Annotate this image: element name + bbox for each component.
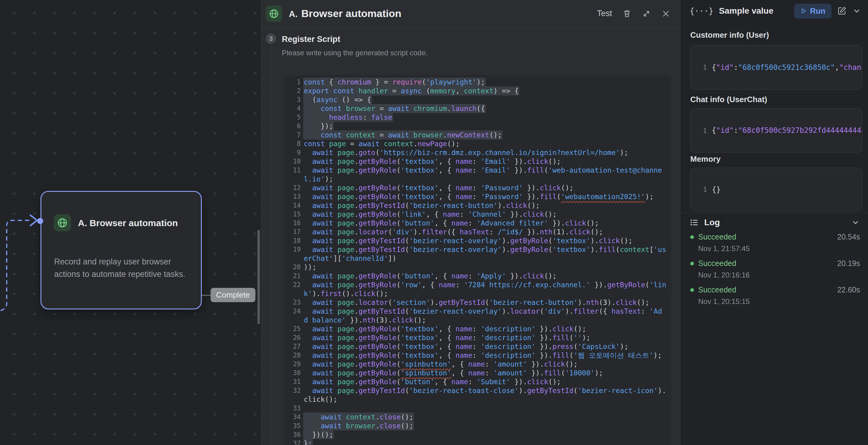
code-line[interactable]: 35 await browser.close(); xyxy=(287,421,672,431)
log-duration: 20.54s xyxy=(837,233,860,241)
log-status: Succeeded xyxy=(698,285,736,294)
json-value: {"id":"68c0f500c5921c36850c","chann xyxy=(712,63,862,72)
code-line[interactable]: 16 await page.getByRole('button', { name… xyxy=(287,219,672,228)
line-number: 23 xyxy=(287,298,301,307)
panel-header: A. Browser automation Test xyxy=(260,0,681,27)
line-number: 14 xyxy=(287,201,301,210)
line-number xyxy=(287,289,301,298)
log-entry[interactable]: Succeeded20.19sNov 1, 20:16:16 xyxy=(690,259,860,279)
status-dot-icon xyxy=(690,235,694,239)
globe-icon xyxy=(266,5,282,22)
code-line[interactable]: 31 await page.getByRole('button', { name… xyxy=(287,378,672,386)
code-line[interactable]: 17 await page.locator('div').filter({ ha… xyxy=(287,228,672,237)
log-duration: 20.19s xyxy=(837,259,860,268)
code-line[interactable]: 36 })(); xyxy=(287,431,672,439)
code-line[interactable]: erChat']['channelId']) xyxy=(287,254,672,263)
code-line[interactable]: 12 await page.getByRole('textbox', { nam… xyxy=(287,183,672,193)
code-line[interactable]: 29 await page.getByRole('spinbutton', { … xyxy=(287,360,672,369)
expand-icon[interactable] xyxy=(642,9,651,18)
code-line[interactable]: 10 await page.getByRole('textbox', { nam… xyxy=(287,157,672,166)
run-button[interactable]: Run xyxy=(794,4,832,19)
code-line[interactable]: 37}; xyxy=(287,439,672,445)
line-number: 36 xyxy=(287,431,301,439)
log-duration: 22.60s xyxy=(837,285,860,294)
code-line[interactable]: 27 await page.getByRole('textbox', { nam… xyxy=(287,342,672,351)
line-number: 32 xyxy=(287,386,301,395)
line-number: 10 xyxy=(287,157,301,166)
code-line[interactable]: 25 await page.getByRole('textbox', { nam… xyxy=(287,324,672,334)
code-line[interactable]: 2export const handler = async (memory, c… xyxy=(287,87,672,96)
line-number: 26 xyxy=(287,334,301,342)
line-number: 13 xyxy=(287,193,301,201)
json-preview-box[interactable]: 1{"id":"68c0f500c5927b292fd444444444 xyxy=(690,108,862,152)
code-line[interactable]: 28 await page.getByRole('textbox', { nam… xyxy=(287,351,672,360)
divider xyxy=(681,213,868,213)
json-preview-box[interactable]: 1{"id":"68c0f500c5921c36850c","chann xyxy=(690,45,862,90)
close-icon[interactable] xyxy=(661,9,671,18)
code-line[interactable]: 23 await page.locator('section').getByTe… xyxy=(287,298,672,307)
delete-icon[interactable] xyxy=(622,9,631,18)
code-line[interactable]: 1const { chromium } = require('playwrigh… xyxy=(287,78,672,87)
code-line[interactable]: 22 await page.getByRole('row', { name: '… xyxy=(287,280,672,289)
line-number: 31 xyxy=(287,378,301,386)
workflow-canvas[interactable]: A. Browser automation Record and replay … xyxy=(0,0,260,445)
canvas-scrollbar[interactable] xyxy=(257,230,260,324)
sample-value-title: Sample value xyxy=(719,6,773,16)
line-number: 27 xyxy=(287,342,301,351)
line-number: 28 xyxy=(287,351,301,360)
chevron-down-icon[interactable] xyxy=(851,218,860,227)
code-line[interactable]: 6 }); xyxy=(287,122,672,131)
line-number: 2 xyxy=(287,87,301,96)
node-detail-panel: A. Browser automation Test 3 Register Sc… xyxy=(260,0,681,445)
line-number: 9 xyxy=(287,148,301,157)
code-line[interactable]: 21 await page.getByRole('button', { name… xyxy=(287,272,672,280)
test-button[interactable]: Test xyxy=(597,9,612,18)
code-line[interactable]: 11 await page.getByRole('textbox', { nam… xyxy=(287,166,672,175)
code-line[interactable]: 20)); xyxy=(287,263,672,272)
code-line[interactable]: 5 headless: false xyxy=(287,113,672,122)
code-line[interactable]: k').first().click(); xyxy=(287,289,672,298)
code-line[interactable]: 18 await page.getByTestId('bezier-react-… xyxy=(287,237,672,245)
chevron-down-icon[interactable] xyxy=(852,6,861,15)
line-number: 1 xyxy=(699,186,707,193)
step-number: 3 xyxy=(266,33,276,44)
code-line[interactable]: 33 xyxy=(287,404,672,413)
line-number: 3 xyxy=(287,96,301,104)
code-line[interactable]: 24 await page.getByTestId('bezier-react-… xyxy=(287,307,672,316)
line-number: 20 xyxy=(287,263,301,272)
code-line[interactable]: click(); xyxy=(287,395,672,404)
input-port[interactable] xyxy=(37,218,43,224)
code-line[interactable]: d balance' }).nth(3).click(); xyxy=(287,316,672,324)
log-entry[interactable]: Succeeded20.54sNov 1, 21:57:45 xyxy=(690,233,860,253)
code-line[interactable]: 7 const context = await browser.newConte… xyxy=(287,131,672,139)
line-number: 1 xyxy=(699,64,707,71)
line-number: 5 xyxy=(287,113,301,122)
code-line[interactable]: 4 const browser = await chromium.launch(… xyxy=(287,104,672,113)
log-header[interactable]: Log xyxy=(690,218,860,227)
json-preview-box[interactable]: 1{} xyxy=(690,168,862,211)
code-line[interactable]: 9 await page.goto('https://biz-crm.dmz.e… xyxy=(287,148,672,157)
status-badge: Complete xyxy=(211,288,255,302)
step-timeline xyxy=(271,48,271,445)
code-line[interactable]: 19 await page.getByTestId('bezier-react-… xyxy=(287,245,672,254)
code-line[interactable]: 15 await page.getByRole('link', { name: … xyxy=(287,210,672,219)
code-line[interactable]: 13 await page.getByRole('textbox', { nam… xyxy=(287,193,672,201)
step-subtitle: Please write using the generated script … xyxy=(282,48,428,57)
line-number: 7 xyxy=(287,131,301,139)
script-code-editor[interactable]: 1const { chromium } = require('playwrigh… xyxy=(284,75,672,445)
node-browser-automation[interactable]: A. Browser automation Record and replay … xyxy=(40,191,202,309)
code-line[interactable]: 14 await page.getByTestId('bezier-react-… xyxy=(287,201,672,210)
log-status: Succeeded xyxy=(698,259,736,268)
log-entry[interactable]: Succeeded22.60sNov 1, 20:15:15 xyxy=(690,285,860,306)
code-line[interactable]: 34 await context.close(); xyxy=(287,413,672,421)
line-number xyxy=(287,316,301,324)
code-line[interactable]: l.io'); xyxy=(287,175,672,183)
code-line[interactable]: 32 await page.getByTestId('bezier-react-… xyxy=(287,386,672,395)
code-line[interactable]: 26 await page.getByRole('textbox', { nam… xyxy=(287,334,672,342)
code-line[interactable]: 30 await page.getByRole('spinbutton', { … xyxy=(287,369,672,378)
edit-icon[interactable] xyxy=(837,6,847,16)
status-dot-icon xyxy=(690,262,694,265)
code-line[interactable]: 8const page = await context.newPage(); xyxy=(287,139,672,148)
sample-value-panel: {···} Sample value Run Customer info (Us… xyxy=(681,0,868,445)
code-line[interactable]: 3 (async () => { xyxy=(287,96,672,104)
